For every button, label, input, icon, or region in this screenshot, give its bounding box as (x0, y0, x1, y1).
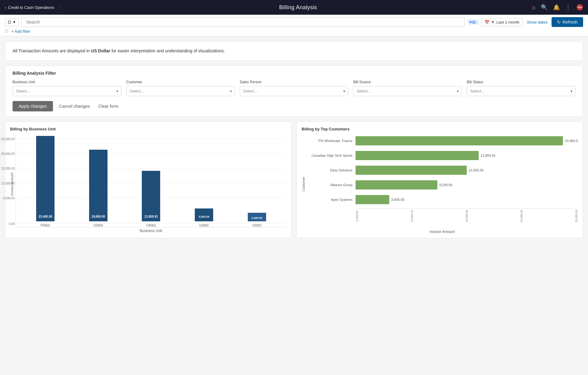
page-title: Billing Analysis (64, 4, 532, 11)
customer-select[interactable]: Select... (126, 86, 235, 96)
bar-can01: 13,859.91 CAN01 (142, 171, 160, 227)
h-x-ticks: 5,000.00 10,000.00 15,000.00 20,000.00 2… (356, 210, 578, 222)
bill-status-label: Bill Status (467, 80, 575, 84)
h-x-tick-5: 25,000.00 (575, 210, 578, 222)
filter-type-button[interactable]: ☷ ▼ (5, 18, 19, 26)
kql-badge[interactable]: KQL (467, 19, 479, 25)
bar-us002: 3,500.00 US002 (195, 208, 213, 227)
bar-fra01: 23,400.00 FRA01 (36, 136, 55, 227)
back-button[interactable]: ‹ Credit to Cash Operations (5, 5, 59, 10)
bar-can01-fill: 13,859.91 (142, 171, 160, 221)
h-x-axis: 5,000.00 10,000.00 15,000.00 20,000.00 2… (356, 208, 578, 222)
h-bar-alliance-value: 9,200.00 (439, 183, 452, 187)
business-unit-select[interactable]: Select... (13, 86, 121, 96)
h-bar-alliance-fill (356, 180, 437, 189)
h-bar-itn-fill (356, 136, 563, 145)
h-bar-itn: ITN Wholesale, France 23,400.0 (307, 135, 578, 147)
search-wrapper (21, 17, 465, 27)
more-vertical-icon[interactable]: ⋮ (565, 4, 571, 11)
bar-chart-inner: 25,000.00 20,000.00 15,000.00 10,000.00 … (16, 135, 286, 233)
h-x-axis-title: Invoice Amount (307, 230, 578, 234)
bill-status-field: Bill Status Select... (467, 80, 575, 96)
bill-status-select[interactable]: Select... (467, 86, 575, 96)
search-icon[interactable]: 🔍 (541, 4, 548, 11)
date-range-button[interactable]: 📅 ▼ Last 1 month (481, 18, 523, 26)
h-bar-apex-fill (356, 195, 389, 204)
h-bar-itn-track: 23,400.0 (356, 136, 578, 145)
bar-fra01-fill: 23,400.00 (36, 136, 55, 221)
bar-chart-area: Invoice Amount 25,000.00 20,000.00 15,00… (10, 135, 286, 233)
h-chart-inner: ITN Wholesale, France 23,400.0 Canadian … (307, 135, 578, 233)
sales-person-select[interactable]: Select... (240, 86, 349, 96)
h-bar-canadian-value: 13,859.91 (481, 154, 496, 157)
billing-by-business-unit-chart: Billing by Business Unit Invoice Amount … (5, 122, 292, 238)
filter-chevron-icon: ▼ (13, 20, 16, 24)
add-filter-label: + Add filter (11, 29, 30, 34)
cancel-changes-button[interactable]: Cancel changes (57, 101, 92, 111)
bill-status-select-wrapper: Select... (467, 86, 575, 96)
slash-circle-icon[interactable]: ⛔ (576, 4, 583, 11)
bar-us001-value: 2,400.00 (248, 216, 266, 220)
bill-source-label: Bill Source (353, 80, 462, 84)
refresh-button[interactable]: ↻ Refresh (552, 17, 583, 27)
info-bold-text: US Dollar (91, 48, 110, 53)
show-dates-button[interactable]: Show dates (525, 18, 549, 26)
business-unit-label: Business Unit (13, 80, 121, 84)
refresh-label: Refresh (563, 20, 578, 24)
info-text-after: for easier interpretation and understand… (110, 48, 225, 53)
h-bar-canadian-label: Canadian High Tech Sports (307, 154, 356, 157)
top-navigation: ‹ Credit to Cash Operations Billing Anal… (0, 0, 588, 15)
left-chart-title: Billing by Business Unit (10, 127, 286, 131)
chevron-left-icon: ‹ (5, 5, 6, 10)
bill-source-field: Bill Source Select... (353, 80, 462, 96)
h-x-tick-1: 5,000.00 (356, 210, 359, 222)
business-unit-field: Business Unit Select... (13, 80, 121, 96)
h-x-tick-2: 10,000.00 (410, 210, 413, 222)
bars-container: 23,400.00 FRA01 19,600.00 US003 (16, 135, 286, 227)
clear-form-button[interactable]: Clear form (96, 101, 121, 111)
apply-changes-button[interactable]: Apply changes (13, 101, 53, 111)
customer-select-wrapper: Select... (126, 86, 235, 96)
h-bar-easy-fill (356, 166, 467, 175)
bar-us001-label: US001 (252, 224, 262, 227)
bar-grid: 25,000.00 20,000.00 15,000.00 10,000.00 … (16, 135, 286, 227)
bar-fra01-value: 23,400.00 (36, 214, 55, 219)
bar-us001: 2,400.00 US001 (248, 213, 266, 227)
h-bar-itn-label: ITN Wholesale, France (307, 139, 356, 143)
main-content: All Transaction Amounts are displayed in… (0, 36, 588, 243)
filter-section-title: Billing Analysis Filter (13, 71, 575, 76)
home-icon[interactable]: ⌂ (532, 4, 535, 11)
h-bar-apex-track: 3,800.00 (356, 195, 578, 204)
bill-source-select-wrapper: Select... (353, 86, 462, 96)
sales-person-select-wrapper: Select... (240, 86, 349, 96)
calendar-icon: 📅 (484, 20, 489, 24)
billing-filter-section: Billing Analysis Filter Business Unit Se… (5, 66, 583, 117)
h-bar-easy-label: Easy Solutions (307, 168, 356, 172)
bar-us002-fill: 3,500.00 (195, 208, 213, 221)
filter-row-icon: ☷ (5, 29, 9, 34)
h-bar-alliance-track: 9,200.00 (356, 180, 578, 189)
bill-source-select[interactable]: Select... (353, 86, 462, 96)
back-label: Credit to Cash Operations (8, 5, 54, 10)
add-filter-button[interactable]: + Add filter (11, 29, 30, 34)
h-bar-easy: Easy Solutions 12,500.00 (307, 164, 578, 176)
filter-icon: ☷ (8, 20, 11, 24)
filter-actions: Apply changes Cancel changes Clear form (13, 101, 575, 111)
h-bar-easy-track: 12,500.00 (356, 166, 578, 175)
h-bar-apex-value: 3,800.00 (391, 198, 404, 201)
nav-icon-group: ⌂ 🔍 🔔 ⋮ ⛔ (532, 4, 583, 11)
info-text-before: All Transaction Amounts are displayed in (13, 48, 91, 53)
h-bar-alliance: Alliance Group 9,200.00 (307, 179, 578, 191)
search-input[interactable] (24, 18, 462, 26)
date-range-label: Last 1 month (496, 20, 519, 24)
h-x-tick-3: 15,000.00 (465, 210, 468, 222)
customer-field: Customer Select... (126, 80, 235, 96)
h-bar-alliance-label: Alliance Group (307, 183, 356, 187)
bar-fra01-label: FRA01 (41, 224, 50, 227)
h-bar-canadian-fill (356, 151, 479, 160)
business-unit-select-wrapper: Select... (13, 86, 121, 96)
h-bar-easy-value: 12,500.00 (469, 168, 484, 172)
filter-bar: ☷ ▼ KQL 📅 ▼ Last 1 month Show dates ↻ Re… (0, 15, 588, 36)
bell-icon[interactable]: 🔔 (553, 4, 560, 11)
customer-label: Customer (126, 80, 235, 84)
